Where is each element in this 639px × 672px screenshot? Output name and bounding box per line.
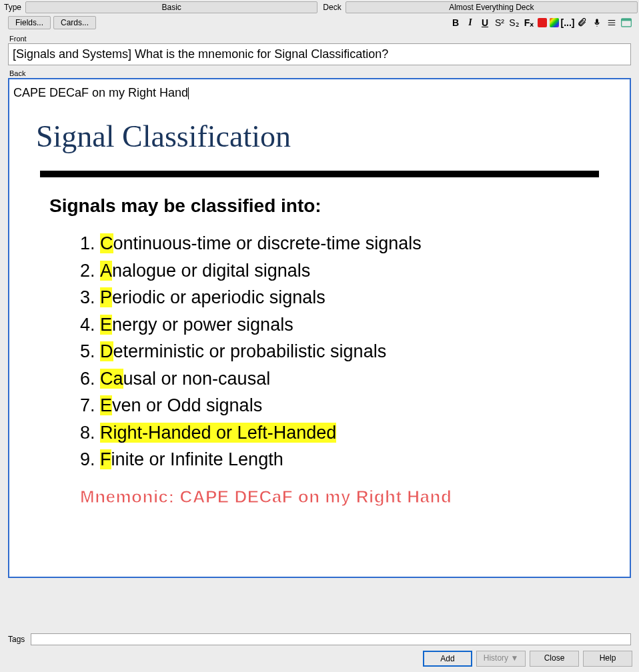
clear-format-icon[interactable]: Fₓ — [523, 17, 535, 29]
slide-list: Continuous-time or discrete-time signals… — [73, 230, 599, 473]
superscript-icon[interactable]: S² — [494, 17, 506, 29]
list-item: Continuous-time or discrete-time signals — [100, 230, 599, 257]
slide-divider — [40, 171, 599, 177]
deck-label: Deck — [320, 1, 344, 13]
text-color-icon[interactable] — [538, 18, 547, 27]
front-text: [Signals and Systems] What is the mnemon… — [13, 47, 388, 62]
list-item: Periodic or aperiodic signals — [100, 284, 599, 311]
cloze-icon[interactable]: [...] — [562, 17, 574, 29]
svg-rect-1 — [622, 19, 632, 21]
attach-icon[interactable] — [576, 17, 588, 29]
close-button[interactable]: Close — [530, 651, 579, 667]
deck-selector[interactable]: Almost Everything Deck — [346, 1, 638, 13]
text-cursor — [188, 87, 189, 99]
list-item: Even or Odd signals — [100, 392, 599, 419]
tags-label: Tags — [8, 635, 31, 644]
back-field[interactable]: CAPE DECaF on my Right Hand Signal Class… — [8, 78, 631, 578]
add-button[interactable]: Add — [423, 651, 472, 667]
front-field[interactable]: [Signals and Systems] What is the mnemon… — [8, 43, 631, 65]
slide-mnemonic: Mnemonic: CAPE DECaF on my Right Hand — [80, 487, 599, 507]
subscript-icon[interactable]: S₂ — [508, 17, 520, 29]
list-item: Right-Handed or Left-Handed — [100, 419, 599, 447]
back-text: CAPE DECaF on my Right Hand — [13, 86, 188, 99]
mic-icon[interactable] — [591, 17, 603, 29]
underline-icon[interactable]: U — [479, 17, 491, 29]
fields-button[interactable]: Fields... — [8, 16, 51, 29]
history-button[interactable]: History ▼ — [476, 651, 526, 667]
slide-title: Signal Classification — [36, 118, 599, 155]
list-item: Deterministic or probabilistic signals — [100, 338, 599, 365]
list-item: Analogue or digital signals — [100, 257, 599, 285]
italic-icon[interactable]: I — [464, 17, 476, 29]
more-icon[interactable] — [620, 17, 632, 29]
back-label: Back — [0, 65, 639, 78]
menu-icon[interactable] — [606, 17, 618, 29]
cards-button[interactable]: Cards... — [53, 16, 96, 29]
color-picker-icon[interactable] — [550, 18, 559, 27]
list-item: Finite or Infinite Length — [100, 446, 599, 473]
slide-image: Signal Classification Signals may be cla… — [13, 118, 626, 507]
type-label: Type — [1, 1, 24, 13]
bold-icon[interactable]: B — [450, 17, 462, 29]
list-item: Causal or non-causal — [100, 365, 599, 393]
list-item: Energy or power signals — [100, 311, 599, 339]
format-toolbar: B I U S² S₂ Fₓ [...] — [450, 17, 632, 29]
tags-input[interactable] — [31, 633, 631, 645]
type-selector[interactable]: Basic — [25, 1, 317, 13]
help-button[interactable]: Help — [583, 651, 632, 667]
front-label: Front — [0, 31, 639, 43]
slide-subtitle: Signals may be classified into: — [49, 195, 599, 217]
